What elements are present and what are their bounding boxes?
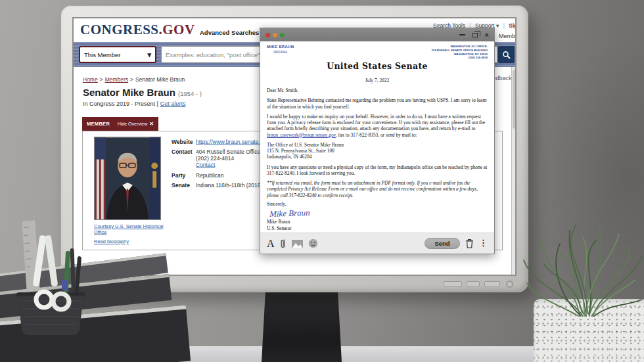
signature: Mike Braun [269,208,310,219]
party-label: Party [172,172,185,179]
letter-window: × MIKE BRAUN INDIANA WASHINGTON, DC OFFI… [260,28,495,254]
sender-block: MIKE BRAUN INDIANA [267,45,294,54]
senate-label: Senate [172,182,190,189]
member-tab[interactable]: MEMBER Hide Overview ✕ [82,117,158,131]
contact-link[interactable]: Contact [196,162,215,168]
scissors-blade [45,235,58,287]
chevron-down-icon: ▾ [147,51,151,59]
monitor-power-button[interactable] [506,281,513,288]
letter-date: July 7, 2022 [267,78,488,83]
maximize-icon[interactable] [472,33,478,37]
traffic-light-green-icon[interactable] [280,33,285,37]
plant-grass [520,221,644,319]
letter-content: MIKE BRAUN INDIANA WASHINGTON, DC OFFICE… [260,41,494,233]
monitor: CONGRESS.GOV Advanced Searches Search To… [60,5,528,292]
search-button[interactable] [498,46,515,63]
party-value: Republican [196,172,224,179]
letter-titlebar[interactable]: × [260,28,494,41]
email-link[interactable]: braun_casework@braun.senate.gov [267,132,336,138]
page-title: Senator Mike Braun (1954 - ) [83,87,202,98]
letter-paragraph: I would be happy to make an inquiry on y… [267,114,488,138]
search-scope-dropdown[interactable]: This Member ▾ [79,46,156,63]
website-label: Website [172,139,193,145]
monitor-stand [262,289,342,362]
breadcrumb-current: Senator Mike Braun [135,76,185,83]
read-biography: Read biography [94,238,129,244]
salutation: Dear Mr. Smith, [267,87,488,93]
photo-caption: Courtesy U.S. Senate Historical Office [94,223,172,236]
trash-icon[interactable] [465,238,474,248]
tenure-line: In Congress 2019 - Present | Get alerts [83,101,185,107]
monitor-plus-button[interactable] [467,281,480,287]
letter-toolbar: A Send [260,233,494,254]
page-scrollbar[interactable] [511,67,517,276]
member-years: (1954 - ) [178,90,202,97]
send-button[interactable]: Send [425,238,460,249]
letter-note: **If returned via email, the form must b… [267,180,488,198]
contact-label: Contact [172,148,193,155]
traffic-light-orange-icon[interactable] [273,33,277,37]
monitor-menu-button[interactable] [444,281,462,287]
pen-holder [10,217,89,335]
office-address-block: WASHINGTON, DC OFFICE: 374 RUSSELL SENAT… [431,45,488,60]
font-icon[interactable]: A [267,238,275,249]
website-link[interactable]: https://www.braun.senate.gov [196,139,269,145]
congress-gov-logo[interactable]: CONGRESS.GOV [80,22,195,38]
traffic-light-red-icon[interactable] [265,33,270,37]
image-icon[interactable] [292,240,303,248]
search-icon [502,51,511,59]
hide-overview-button[interactable]: Hide Overview [118,122,148,126]
letter-paragraph: State Representative Behning contacted m… [267,97,488,110]
members-nav-link[interactable]: Members [499,33,517,39]
read-biography-link[interactable]: Read biography [94,238,129,244]
more-options-icon[interactable]: ⋮ [479,241,488,246]
screen: CONGRESS.GOV Advanced Searches Search To… [72,17,517,276]
get-alerts-link[interactable]: Get alerts [160,101,185,107]
letterhead-title: United States Senate [267,61,488,72]
letter-paragraph: If you have any questions or need a phys… [267,164,488,177]
pen-blue-cap [62,280,68,290]
close-icon[interactable]: × [485,32,489,39]
photo-caption-link[interactable]: Courtesy U.S. Senate Historical Office [94,223,163,235]
scrollbar-thumb[interactable] [513,70,517,129]
advanced-searches-link[interactable]: Advanced Searches [200,29,259,36]
emoji-icon[interactable] [308,238,318,248]
minimize-icon[interactable] [459,34,465,35]
sincerely: Sincerely, [267,201,488,207]
breadcrumb-members[interactable]: Members [105,76,128,83]
breadcrumb-home[interactable]: Home [83,76,98,83]
monitor-minus-button[interactable] [484,281,500,287]
breadcrumb: Home>Members>Senator Mike Braun [83,76,185,83]
sign-in-menu[interactable]: Sign In ▾ [509,22,517,29]
close-icon[interactable]: ✕ [149,121,154,127]
mailing-address: The Office of U.S. Senator Mike Braun 11… [267,142,488,160]
member-photo [94,137,161,220]
contact-phone: (202) 224-4814 [196,155,234,162]
paperclip-icon[interactable] [280,238,287,249]
closing-block: Mike Braun U.S. Senator P.S. This messag… [267,219,488,233]
desk-scene: CONGRESS.GOV Advanced Searches Search To… [0,0,644,362]
